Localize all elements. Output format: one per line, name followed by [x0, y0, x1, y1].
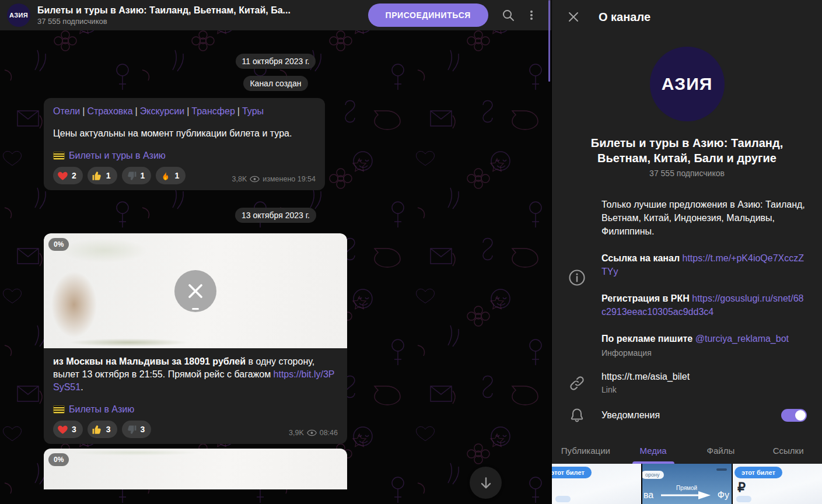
link-caption: Link — [601, 385, 808, 394]
link-excursions[interactable]: Экскурсии — [140, 106, 184, 116]
heart-icon — [57, 424, 68, 435]
message-list: 11 октября 2023 г. Канал создан Отели|Ст… — [0, 54, 551, 489]
views-count: 3,9K — [289, 429, 304, 437]
link-separator: | — [135, 106, 138, 116]
thumbs-down-icon — [126, 170, 137, 181]
notifications-row[interactable]: Уведомления — [552, 407, 822, 424]
join-button[interactable]: ПРИСОЕДИНИТЬСЯ — [368, 4, 489, 27]
chat-header: АЗИЯ Билеты и туры в Азию: Таиланд, Вьет… — [0, 0, 551, 30]
views-count: 3,8K — [232, 175, 247, 183]
thumbs-up-icon — [92, 424, 103, 435]
message-photo-loading[interactable]: 0% — [44, 233, 347, 348]
chat-scrollbar[interactable] — [548, 0, 550, 82]
channel-signature: Билеты в Азию — [53, 404, 338, 415]
close-icon — [174, 270, 216, 312]
message-time: 08:46 — [320, 429, 338, 437]
reaction-thumbs-down[interactable]: 1 — [122, 167, 152, 184]
description-label: По рекламе пишите — [601, 334, 695, 344]
reaction-thumbs-up[interactable]: 3 — [88, 421, 117, 438]
link-separator: | — [82, 106, 85, 116]
channel-link-row[interactable]: https://t.me/asia_bilet Link — [552, 372, 822, 394]
chat-header-info[interactable]: Билеты и туры в Азию: Таиланд, Вьетнам, … — [37, 5, 368, 26]
channel-info-panel: О канале АЗИЯ Билеты и туры в Азию: Таил… — [551, 0, 822, 504]
message-photo-loading[interactable]: 0% — [44, 449, 347, 489]
scroll-to-bottom-button[interactable] — [470, 467, 502, 499]
reaction-fire[interactable]: 1 — [156, 167, 186, 184]
caption-text: . — [81, 382, 83, 392]
info-icon — [568, 269, 586, 286]
link-hotels[interactable]: Отели — [53, 106, 80, 116]
link-tours[interactable]: Туры — [242, 106, 264, 116]
bell-icon — [569, 407, 585, 424]
media-grid: этот билет орону Прямой ва Фу этот билет… — [552, 464, 822, 504]
panel-title: О канале — [599, 10, 650, 24]
link-insurance[interactable]: Страховка — [87, 106, 132, 116]
link-separator: | — [187, 106, 189, 116]
reaction-heart[interactable]: 3 — [53, 421, 83, 438]
heart-icon — [57, 170, 68, 181]
telegram-app: АЗИЯ Билеты и туры в Азию: Таиланд, Вьет… — [0, 0, 822, 504]
channel-description-row: Только лучшие предложения в Азию: Таилан… — [552, 198, 822, 358]
channel-signature-link[interactable]: Билеты и туры в Азию — [69, 150, 166, 161]
description-label: Ссылка на канал — [601, 253, 683, 263]
message-meta: 3,9K 08:46 — [289, 429, 338, 438]
reaction-count: 1 — [141, 171, 145, 180]
thumbnail-badge: этот билет — [734, 467, 782, 478]
thumbs-up-icon — [92, 170, 103, 181]
date-badge[interactable]: 11 октября 2023 г. — [236, 54, 316, 69]
channel-subscribers: 37 555 подписчиков — [37, 17, 368, 26]
link-icon — [569, 375, 585, 391]
tab-links[interactable]: Ссылки — [754, 437, 822, 464]
ads-bot-mention[interactable]: @turciya_reklama_bot — [695, 334, 789, 344]
thumbs-down-icon — [126, 424, 137, 435]
thumbnail-detail — [736, 496, 751, 502]
notifications-toggle[interactable] — [781, 409, 807, 422]
close-panel-button[interactable] — [566, 9, 581, 24]
description-paragraph: По рекламе пишите @turciya_reklama_bot — [601, 332, 808, 345]
service-message: Канал создан — [243, 76, 307, 91]
channel-signature-link[interactable]: Билеты в Азию — [69, 404, 134, 415]
date-badge[interactable]: 13 октября 2023 г. — [235, 208, 316, 223]
search-button[interactable] — [496, 4, 520, 27]
thumbnail-detail — [716, 468, 727, 471]
thumbnail-detail — [555, 496, 571, 502]
thumbnail-badge: этот билет — [552, 467, 592, 478]
shared-media-tabs: Публикации Медиа Файлы Ссылки — [552, 437, 822, 464]
message-bubble: Отели|Страховка|Экскурсии|Трансфер|Туры … — [44, 98, 325, 190]
tab-media[interactable]: Медиа — [620, 437, 687, 464]
reactions-row: 3 3 3 3,9K 08:46 — [53, 421, 338, 438]
message-bubble: 0% из Москвы на Мальдивы за 18091 рублей… — [44, 233, 347, 444]
chat-pane: АЗИЯ Билеты и туры в Азию: Таиланд, Вьет… — [0, 0, 551, 504]
views-icon — [307, 429, 317, 436]
channel-description: Только лучшие предложения в Азию: Таилан… — [601, 198, 808, 345]
media-thumbnail[interactable]: этот билет — [552, 464, 641, 504]
more-options-button[interactable] — [520, 4, 543, 27]
reaction-thumbs-up[interactable]: 1 — [88, 167, 117, 184]
progress-arc — [192, 308, 199, 310]
tab-posts[interactable]: Публикации — [552, 437, 620, 464]
download-progress-badge: 0% — [48, 453, 69, 466]
media-thumbnail[interactable]: орону Прямой ва Фу — [642, 464, 732, 504]
channel-avatar[interactable]: АЗИЯ — [7, 4, 30, 27]
notifications-label: Уведомления — [601, 410, 781, 421]
description-caption: Информация — [601, 348, 808, 358]
reaction-thumbs-down[interactable]: 3 — [122, 421, 152, 438]
city-to: Фу — [718, 490, 729, 501]
edited-time: изменено 19:54 — [263, 175, 316, 183]
flight-direct-label: Прямой — [676, 485, 697, 491]
kebab-menu-icon — [524, 8, 538, 22]
message-links-row: Отели|Страховка|Экскурсии|Трансфер|Туры — [53, 105, 316, 118]
caption-bold: из Москвы на Мальдивы за 18091 рублей — [53, 356, 246, 366]
link-transfer[interactable]: Трансфер — [191, 106, 235, 116]
cancel-download-button[interactable] — [174, 270, 216, 312]
message-caption: из Москвы на Мальдивы за 18091 рублей в … — [53, 355, 338, 394]
message-meta: 3,8K изменено 19:54 — [232, 175, 316, 184]
tab-files[interactable]: Файлы — [687, 437, 755, 464]
message-text: Цены актуальны на момент публикации биле… — [53, 127, 316, 140]
channel-avatar-large[interactable]: АЗИЯ — [650, 47, 725, 121]
media-thumbnail[interactable]: этот билет ₽ — [733, 464, 822, 504]
close-icon — [566, 10, 580, 24]
search-icon — [501, 8, 515, 22]
reaction-heart[interactable]: 2 — [53, 167, 83, 184]
reaction-count: 1 — [106, 171, 111, 180]
